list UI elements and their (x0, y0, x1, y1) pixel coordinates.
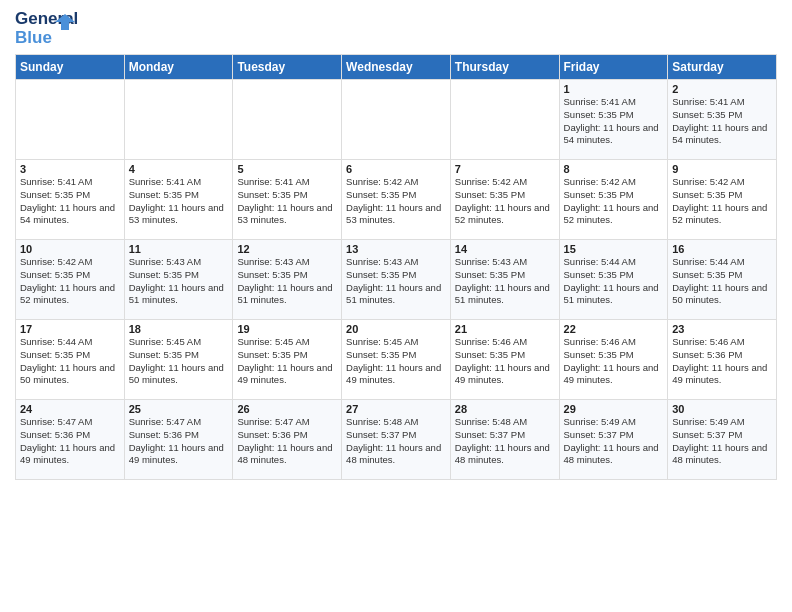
day-number: 29 (564, 403, 664, 415)
calendar-cell: 15Sunrise: 5:44 AMSunset: 5:35 PMDayligh… (559, 240, 668, 320)
day-info: Sunrise: 5:42 AMSunset: 5:35 PMDaylight:… (672, 176, 772, 227)
day-number: 14 (455, 243, 555, 255)
calendar-cell: 20Sunrise: 5:45 AMSunset: 5:35 PMDayligh… (342, 320, 451, 400)
calendar-cell: 2Sunrise: 5:41 AMSunset: 5:35 PMDaylight… (668, 80, 777, 160)
day-number: 11 (129, 243, 229, 255)
day-info: Sunrise: 5:43 AMSunset: 5:35 PMDaylight:… (237, 256, 337, 307)
header: General Blue (15, 10, 777, 48)
day-number: 6 (346, 163, 446, 175)
day-number: 21 (455, 323, 555, 335)
day-number: 10 (20, 243, 120, 255)
day-number: 3 (20, 163, 120, 175)
day-of-week-header: Monday (124, 55, 233, 80)
day-info: Sunrise: 5:47 AMSunset: 5:36 PMDaylight:… (20, 416, 120, 467)
day-number: 24 (20, 403, 120, 415)
day-number: 22 (564, 323, 664, 335)
day-info: Sunrise: 5:43 AMSunset: 5:35 PMDaylight:… (346, 256, 446, 307)
day-info: Sunrise: 5:47 AMSunset: 5:36 PMDaylight:… (129, 416, 229, 467)
day-of-week-header: Friday (559, 55, 668, 80)
calendar-cell: 26Sunrise: 5:47 AMSunset: 5:36 PMDayligh… (233, 400, 342, 480)
day-number: 4 (129, 163, 229, 175)
calendar-cell: 17Sunrise: 5:44 AMSunset: 5:35 PMDayligh… (16, 320, 125, 400)
day-of-week-header: Tuesday (233, 55, 342, 80)
day-number: 18 (129, 323, 229, 335)
day-info: Sunrise: 5:42 AMSunset: 5:35 PMDaylight:… (20, 256, 120, 307)
calendar-cell: 30Sunrise: 5:49 AMSunset: 5:37 PMDayligh… (668, 400, 777, 480)
day-info: Sunrise: 5:46 AMSunset: 5:35 PMDaylight:… (455, 336, 555, 387)
calendar-cell: 11Sunrise: 5:43 AMSunset: 5:35 PMDayligh… (124, 240, 233, 320)
calendar-cell: 27Sunrise: 5:48 AMSunset: 5:37 PMDayligh… (342, 400, 451, 480)
day-info: Sunrise: 5:44 AMSunset: 5:35 PMDaylight:… (672, 256, 772, 307)
calendar-cell: 28Sunrise: 5:48 AMSunset: 5:37 PMDayligh… (450, 400, 559, 480)
day-number: 5 (237, 163, 337, 175)
day-info: Sunrise: 5:43 AMSunset: 5:35 PMDaylight:… (455, 256, 555, 307)
day-number: 9 (672, 163, 772, 175)
calendar-cell: 1Sunrise: 5:41 AMSunset: 5:35 PMDaylight… (559, 80, 668, 160)
day-info: Sunrise: 5:45 AMSunset: 5:35 PMDaylight:… (237, 336, 337, 387)
day-info: Sunrise: 5:45 AMSunset: 5:35 PMDaylight:… (129, 336, 229, 387)
calendar-cell: 8Sunrise: 5:42 AMSunset: 5:35 PMDaylight… (559, 160, 668, 240)
day-number: 1 (564, 83, 664, 95)
svg-marker-0 (55, 14, 75, 30)
day-number: 2 (672, 83, 772, 95)
calendar-cell: 29Sunrise: 5:49 AMSunset: 5:37 PMDayligh… (559, 400, 668, 480)
day-number: 19 (237, 323, 337, 335)
calendar-cell: 21Sunrise: 5:46 AMSunset: 5:35 PMDayligh… (450, 320, 559, 400)
day-info: Sunrise: 5:49 AMSunset: 5:37 PMDaylight:… (672, 416, 772, 467)
day-number: 8 (564, 163, 664, 175)
calendar-cell: 12Sunrise: 5:43 AMSunset: 5:35 PMDayligh… (233, 240, 342, 320)
day-info: Sunrise: 5:48 AMSunset: 5:37 PMDaylight:… (455, 416, 555, 467)
day-number: 28 (455, 403, 555, 415)
calendar-cell (342, 80, 451, 160)
day-of-week-header: Wednesday (342, 55, 451, 80)
calendar-cell (16, 80, 125, 160)
calendar-cell: 22Sunrise: 5:46 AMSunset: 5:35 PMDayligh… (559, 320, 668, 400)
day-info: Sunrise: 5:46 AMSunset: 5:35 PMDaylight:… (564, 336, 664, 387)
day-of-week-header: Thursday (450, 55, 559, 80)
calendar-cell: 7Sunrise: 5:42 AMSunset: 5:35 PMDaylight… (450, 160, 559, 240)
day-info: Sunrise: 5:41 AMSunset: 5:35 PMDaylight:… (20, 176, 120, 227)
day-info: Sunrise: 5:41 AMSunset: 5:35 PMDaylight:… (672, 96, 772, 147)
calendar-cell: 6Sunrise: 5:42 AMSunset: 5:35 PMDaylight… (342, 160, 451, 240)
day-number: 23 (672, 323, 772, 335)
calendar-cell: 3Sunrise: 5:41 AMSunset: 5:35 PMDaylight… (16, 160, 125, 240)
calendar-cell: 14Sunrise: 5:43 AMSunset: 5:35 PMDayligh… (450, 240, 559, 320)
calendar-cell: 4Sunrise: 5:41 AMSunset: 5:35 PMDaylight… (124, 160, 233, 240)
day-of-week-header: Sunday (16, 55, 125, 80)
day-number: 17 (20, 323, 120, 335)
day-info: Sunrise: 5:47 AMSunset: 5:36 PMDaylight:… (237, 416, 337, 467)
calendar-table: SundayMondayTuesdayWednesdayThursdayFrid… (15, 54, 777, 480)
day-info: Sunrise: 5:42 AMSunset: 5:35 PMDaylight:… (455, 176, 555, 227)
calendar-cell: 13Sunrise: 5:43 AMSunset: 5:35 PMDayligh… (342, 240, 451, 320)
calendar-cell (233, 80, 342, 160)
day-info: Sunrise: 5:42 AMSunset: 5:35 PMDaylight:… (346, 176, 446, 227)
calendar-cell (450, 80, 559, 160)
day-info: Sunrise: 5:41 AMSunset: 5:35 PMDaylight:… (564, 96, 664, 147)
day-info: Sunrise: 5:45 AMSunset: 5:35 PMDaylight:… (346, 336, 446, 387)
calendar-cell: 5Sunrise: 5:41 AMSunset: 5:35 PMDaylight… (233, 160, 342, 240)
calendar-cell: 9Sunrise: 5:42 AMSunset: 5:35 PMDaylight… (668, 160, 777, 240)
day-number: 15 (564, 243, 664, 255)
day-info: Sunrise: 5:42 AMSunset: 5:35 PMDaylight:… (564, 176, 664, 227)
day-number: 7 (455, 163, 555, 175)
day-number: 20 (346, 323, 446, 335)
calendar-cell (124, 80, 233, 160)
day-info: Sunrise: 5:41 AMSunset: 5:35 PMDaylight:… (237, 176, 337, 227)
day-number: 12 (237, 243, 337, 255)
day-info: Sunrise: 5:41 AMSunset: 5:35 PMDaylight:… (129, 176, 229, 227)
calendar-cell: 24Sunrise: 5:47 AMSunset: 5:36 PMDayligh… (16, 400, 125, 480)
logo: General Blue (15, 10, 59, 48)
calendar-cell: 19Sunrise: 5:45 AMSunset: 5:35 PMDayligh… (233, 320, 342, 400)
day-info: Sunrise: 5:48 AMSunset: 5:37 PMDaylight:… (346, 416, 446, 467)
calendar-cell: 16Sunrise: 5:44 AMSunset: 5:35 PMDayligh… (668, 240, 777, 320)
day-info: Sunrise: 5:44 AMSunset: 5:35 PMDaylight:… (564, 256, 664, 307)
calendar-cell: 23Sunrise: 5:46 AMSunset: 5:36 PMDayligh… (668, 320, 777, 400)
day-info: Sunrise: 5:43 AMSunset: 5:35 PMDaylight:… (129, 256, 229, 307)
day-number: 26 (237, 403, 337, 415)
day-number: 27 (346, 403, 446, 415)
calendar-cell: 10Sunrise: 5:42 AMSunset: 5:35 PMDayligh… (16, 240, 125, 320)
day-info: Sunrise: 5:44 AMSunset: 5:35 PMDaylight:… (20, 336, 120, 387)
day-of-week-header: Saturday (668, 55, 777, 80)
day-info: Sunrise: 5:49 AMSunset: 5:37 PMDaylight:… (564, 416, 664, 467)
day-number: 30 (672, 403, 772, 415)
